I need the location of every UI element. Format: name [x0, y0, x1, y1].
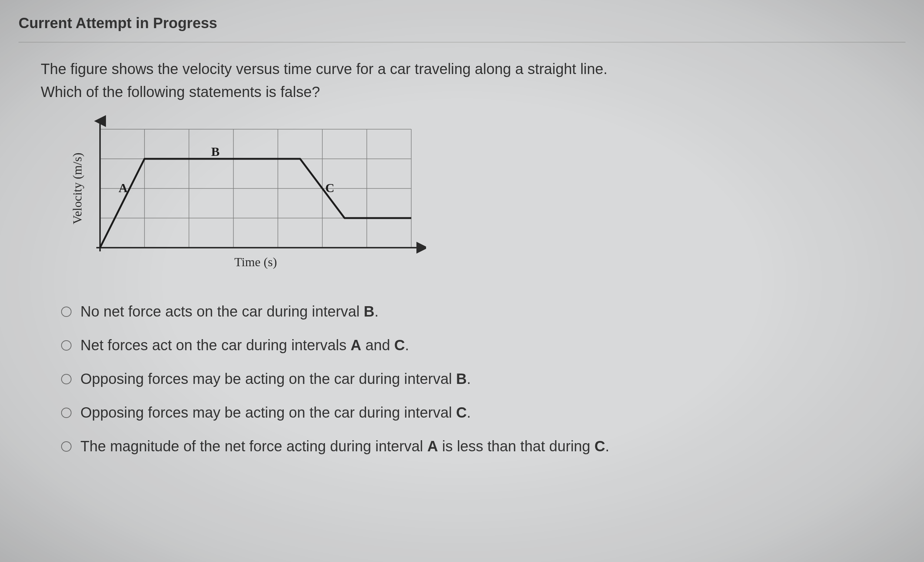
option-text: Opposing forces may be acting on the car… [80, 404, 456, 421]
grid-horizontal [100, 129, 411, 218]
option-bold: B [456, 371, 467, 387]
y-axis-label: Velocity (m/s) [70, 152, 84, 224]
radio-icon[interactable] [61, 408, 72, 418]
option-1-label: No net force acts on the car during inte… [80, 303, 379, 320]
option-3[interactable]: Opposing forces may be acting on the car… [61, 371, 861, 387]
radio-icon[interactable] [61, 340, 72, 351]
option-text: . [467, 404, 471, 421]
option-bold: A [351, 337, 361, 353]
option-2-label: Net forces act on the car during interva… [80, 337, 409, 354]
option-1[interactable]: No net force acts on the car during inte… [61, 303, 861, 320]
option-bold: C [456, 404, 467, 421]
question-line-2: Which of the following statements is fal… [41, 84, 320, 100]
option-text: . [467, 371, 471, 387]
option-bold: B [364, 303, 375, 320]
option-text: . [375, 303, 379, 320]
radio-icon[interactable] [61, 374, 72, 384]
option-text: . [605, 438, 609, 454]
option-text: No net force acts on the car during inte… [80, 303, 364, 320]
option-text: is less than that during [438, 438, 594, 454]
option-text: and [361, 337, 394, 353]
option-bold: A [427, 438, 438, 454]
velocity-time-chart: A B C Time (s) Velocity (m/s) [56, 114, 426, 270]
option-text: Opposing forces may be acting on the car… [80, 371, 456, 387]
option-bold: C [594, 438, 605, 454]
figure-container: A B C Time (s) Velocity (m/s) [56, 114, 861, 270]
section-header: Current Attempt in Progress [18, 15, 906, 43]
segment-label-a: A [118, 181, 128, 195]
option-4-label: Opposing forces may be acting on the car… [80, 404, 471, 421]
option-bold: C [394, 337, 405, 353]
question-text: The figure shows the velocity versus tim… [41, 57, 861, 103]
segment-label-c: C [325, 181, 334, 195]
question-block: The figure shows the velocity versus tim… [18, 57, 906, 454]
radio-icon[interactable] [61, 306, 72, 317]
segment-label-b: B [211, 145, 220, 158]
x-axis-label: Time (s) [234, 255, 277, 269]
option-5-label: The magnitude of the net force acting du… [80, 438, 609, 454]
option-4[interactable]: Opposing forces may be acting on the car… [61, 404, 861, 421]
velocity-curve [100, 159, 411, 248]
option-2[interactable]: Net forces act on the car during interva… [61, 337, 861, 354]
question-line-1: The figure shows the velocity versus tim… [41, 61, 608, 77]
option-3-label: Opposing forces may be acting on the car… [80, 371, 471, 387]
option-text: . [405, 337, 409, 353]
page-root: Current Attempt in Progress The figure s… [0, 0, 924, 469]
option-5[interactable]: The magnitude of the net force acting du… [61, 438, 861, 454]
answer-options: No net force acts on the car during inte… [61, 303, 861, 454]
option-text: Net forces act on the car during interva… [80, 337, 351, 353]
radio-icon[interactable] [61, 441, 72, 452]
option-text: The magnitude of the net force acting du… [80, 438, 427, 454]
